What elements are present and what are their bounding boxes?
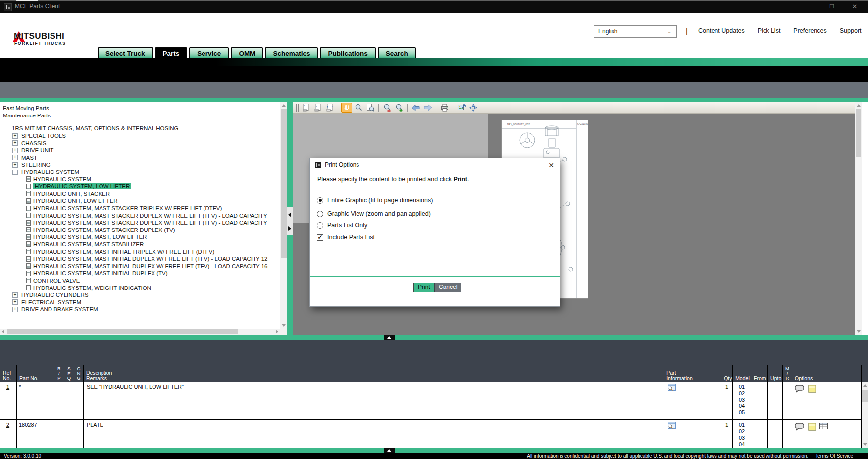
zoom-in-icon[interactable]: [394, 103, 405, 113]
radio-graphic-view-zoom-and-pan-applied[interactable]: [317, 211, 323, 217]
zoom-dynamic-icon[interactable]: [353, 103, 364, 113]
nav-content-updates[interactable]: Content Updates: [698, 27, 745, 37]
plus-icon[interactable]: +: [12, 155, 18, 160]
tree-row[interactable]: −HYDRAULIC SYSTEM: [2, 169, 280, 176]
tree-row[interactable]: HYDRAULIC SYSTEM, MAST INITIAL DUPLEX (T…: [2, 270, 280, 277]
comment-icon[interactable]: [795, 423, 805, 431]
scrollbar-thumb[interactable]: [281, 109, 287, 258]
cancel-button[interactable]: Cancel: [434, 283, 461, 292]
tree-row[interactable]: +HYDRAULIC CYLINDERS: [2, 291, 280, 299]
tree-row[interactable]: HYDRAULIC SYSTEM, MAST STACKER TRIPLEX W…: [2, 205, 280, 212]
scroll-right-button[interactable]: [274, 329, 280, 335]
fit-window-icon[interactable]: [324, 103, 335, 113]
fit-width-icon[interactable]: [312, 103, 323, 113]
tree-row[interactable]: HYDRAULIC SYSTEM, MAST STACKER DUPLEX W/…: [2, 212, 280, 219]
plus-icon[interactable]: +: [12, 307, 18, 312]
plus-icon[interactable]: +: [12, 133, 18, 139]
part-info-icon[interactable]: [668, 384, 721, 391]
tree-row[interactable]: HYDRAULIC SYSTEM, MAST STACKER DUPLEX (T…: [2, 227, 280, 234]
tree-row[interactable]: +MAST: [2, 154, 280, 162]
grid-icon[interactable]: [819, 423, 828, 431]
plus-icon[interactable]: +: [12, 292, 18, 298]
scroll-up-button[interactable]: [855, 102, 862, 109]
radio-parts-list-only[interactable]: [317, 222, 323, 229]
print-icon[interactable]: [439, 103, 450, 113]
close-button[interactable]: ✕: [848, 3, 862, 11]
previous-view-icon[interactable]: [410, 103, 421, 113]
collapse-right-icon[interactable]: [288, 226, 291, 231]
plus-icon[interactable]: +: [12, 148, 18, 153]
minimize-button[interactable]: –: [802, 3, 816, 11]
move-view-icon[interactable]: [468, 103, 479, 113]
zoom-region-icon[interactable]: [365, 103, 376, 113]
next-view-icon[interactable]: [422, 103, 433, 113]
horizontal-splitter[interactable]: [0, 335, 868, 340]
table-vertical-scrollbar[interactable]: [862, 382, 868, 448]
plus-icon[interactable]: +: [12, 299, 18, 305]
tree-row[interactable]: HYDRAULIC SYSTEM, MAST INITIAL DUPLEX W/…: [2, 262, 280, 270]
scroll-down-button[interactable]: [862, 441, 868, 448]
tree-horizontal-scrollbar[interactable]: [0, 329, 280, 335]
print-button[interactable]: Print: [413, 283, 435, 292]
nav-pick-list[interactable]: Pick List: [758, 27, 781, 37]
scrollbar-thumb[interactable]: [856, 109, 861, 157]
scroll-up-button[interactable]: [862, 382, 868, 389]
cell-description: SEE "HYDRAULIC UNIT, LOW LIFTER": [84, 382, 664, 419]
tree-row[interactable]: +STEERING: [2, 161, 280, 169]
tree-row[interactable]: +DRIVE AND BRAKE SYSTEM: [2, 306, 280, 313]
include-parts-list-checkbox[interactable]: ✓: [317, 234, 323, 241]
pan-hand-icon[interactable]: [341, 103, 352, 113]
horizontal-splitter[interactable]: [0, 448, 868, 453]
tree-row[interactable]: HYDRAULIC SYSTEM: [2, 175, 280, 183]
tree-row[interactable]: +CHASSIS: [2, 139, 280, 147]
zoom-out-icon[interactable]: [382, 103, 393, 113]
tree-row[interactable]: HYDRAULIC SYSTEM, MAST INITIAL TRIPLEX W…: [2, 248, 280, 255]
graphic-vertical-scrollbar[interactable]: [855, 102, 862, 335]
export-image-icon[interactable]: [456, 103, 467, 113]
splitter-handle[interactable]: [384, 335, 395, 340]
part-info-icon[interactable]: [668, 422, 721, 429]
tree-row[interactable]: HYDRAULIC SYSTEM, MAST, LOW LIFTER: [2, 233, 280, 241]
fit-page-icon[interactable]: [301, 103, 311, 113]
splitter-handle[interactable]: [384, 448, 395, 453]
nav-support[interactable]: Support: [840, 27, 862, 37]
tree-row[interactable]: HYDRAULIC SYSTEM, WEIGHT INDICATION: [2, 284, 280, 291]
radio-entire-graphic-fit-to-page-dimensions[interactable]: [317, 197, 323, 204]
minus-icon[interactable]: −: [12, 170, 18, 175]
tree-row[interactable]: HYDRAULIC SYSTEM, LOW LIFTER: [2, 183, 280, 190]
ref-link[interactable]: 2: [2, 422, 9, 428]
vertical-splitter[interactable]: [287, 102, 293, 335]
tree-row[interactable]: HYDRAULIC SYSTEM, MAST STABILIZER: [2, 241, 280, 248]
maximize-button[interactable]: ☐: [825, 3, 839, 11]
scroll-left-button[interactable]: [0, 329, 6, 335]
tree-row[interactable]: +ELECTRICAL SYSTEM: [2, 298, 280, 306]
tree-row[interactable]: HYDRAULIC UNIT, STACKER: [2, 190, 280, 198]
tree-row[interactable]: +SPECIAL TOOLS: [2, 132, 280, 140]
collapse-left-icon[interactable]: [288, 212, 291, 217]
plus-icon[interactable]: +: [12, 162, 18, 168]
scroll-down-button[interactable]: [280, 322, 287, 329]
comment-icon[interactable]: [795, 385, 805, 393]
tree-row[interactable]: HYDRAULIC SYSTEM, MAST STACKER DUPLEX W/…: [2, 219, 280, 227]
ref-link[interactable]: 1: [2, 384, 9, 390]
terms-of-service-link[interactable]: Terms Of Service: [815, 453, 853, 459]
scrollbar-thumb[interactable]: [7, 329, 238, 334]
minus-icon[interactable]: −: [3, 126, 8, 131]
tree-row[interactable]: CONTROL VALVE: [2, 277, 280, 285]
tree-vertical-scrollbar[interactable]: [280, 102, 287, 335]
tree-row[interactable]: +DRIVE UNIT: [2, 147, 280, 154]
tree-row[interactable]: Maintenance Parts: [2, 112, 280, 119]
scroll-up-button[interactable]: [280, 102, 287, 109]
scrollbar-thumb[interactable]: [862, 390, 868, 402]
tree-row[interactable]: HYDRAULIC UNIT, LOW LIFTER: [2, 197, 280, 205]
scroll-down-button[interactable]: [855, 328, 862, 335]
language-select[interactable]: English: [594, 25, 677, 38]
dialog-close-icon[interactable]: ✕: [547, 161, 556, 170]
nav-preferences[interactable]: Preferences: [793, 27, 826, 37]
tree-row[interactable]: −1RS-MIT MIT CHASSIS, MAST, OPTIONS & IN…: [2, 125, 280, 132]
note-icon[interactable]: [808, 423, 816, 431]
tree-row[interactable]: HYDRAULIC SYSTEM, MAST INITIAL DUPLEX W/…: [2, 255, 280, 263]
plus-icon[interactable]: +: [12, 140, 18, 146]
note-icon[interactable]: [808, 385, 816, 393]
tree-row[interactable]: Fast Moving Parts: [2, 105, 280, 112]
